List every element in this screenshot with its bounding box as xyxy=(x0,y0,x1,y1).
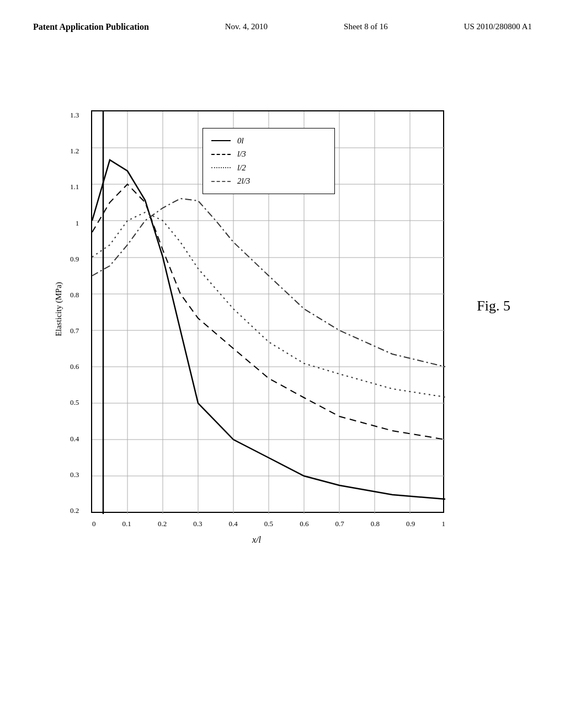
legend-line-0l xyxy=(211,140,231,141)
y-tick-08: 0.8 xyxy=(70,291,79,298)
legend-line-l2 xyxy=(211,167,231,168)
legend-line-2l3 xyxy=(211,181,231,182)
x-tick-03: 0.3 xyxy=(193,520,202,527)
x-tick-06: 0.6 xyxy=(300,520,308,527)
figure-label: Fig. 5 xyxy=(477,298,510,314)
y-tick-06: 0.6 xyxy=(70,363,79,370)
legend-label-l2: l/2 xyxy=(237,163,246,173)
x-tick-08: 0.8 xyxy=(371,520,380,527)
sheet-info: Sheet 8 of 16 xyxy=(344,22,388,31)
chart-area: 0l l/3 l/2 2l/3 1.3 1.2 1.1 xyxy=(47,99,499,552)
x-tick-0: 0 xyxy=(92,520,96,527)
x-tick-09: 0.9 xyxy=(406,520,415,527)
y-tick-11: 1.1 xyxy=(70,183,79,190)
x-tick-07: 0.7 xyxy=(335,520,344,527)
x-axis-title: x/l xyxy=(252,535,261,545)
x-tick-02: 0.2 xyxy=(158,520,167,527)
legend-label-0l: 0l xyxy=(237,136,244,146)
legend-label-l3: l/3 xyxy=(237,149,246,159)
y-tick-05: 0.5 xyxy=(70,399,79,406)
chart-plot-area: 0l l/3 l/2 2l/3 1.3 1.2 1.1 xyxy=(91,110,444,513)
legend-item-l2: l/2 xyxy=(211,163,326,173)
legend-item-2l3: 2l/3 xyxy=(211,176,326,186)
y-axis-labels: 1.3 1.2 1.1 1 0.9 0.8 0.7 0.6 0.5 0.4 0.… xyxy=(70,111,79,514)
legend-line-l3 xyxy=(211,154,231,155)
y-axis-title: Elasticity (MPa) xyxy=(54,282,63,336)
x-axis-labels: 0 0.1 0.2 0.3 0.4 0.5 0.6 0.7 0.8 0.9 1 xyxy=(92,520,445,527)
y-tick-09: 0.9 xyxy=(70,255,79,263)
y-tick-04: 0.4 xyxy=(70,435,79,442)
patent-title: Patent Application Publication xyxy=(33,22,149,32)
publication-date: Nov. 4, 2010 xyxy=(225,22,268,31)
legend-item-0l: 0l xyxy=(211,136,326,146)
y-tick-07: 0.7 xyxy=(70,327,79,334)
legend-label-2l3: 2l/3 xyxy=(237,176,250,186)
page-header: Patent Application Publication Nov. 4, 2… xyxy=(0,0,565,32)
patent-number: US 2010/280800 A1 xyxy=(464,22,532,31)
x-tick-10: 1 xyxy=(441,520,445,527)
x-tick-05: 0.5 xyxy=(264,520,273,527)
legend-box: 0l l/3 l/2 2l/3 xyxy=(202,128,335,194)
legend-item-l3: l/3 xyxy=(211,149,326,159)
x-tick-04: 0.4 xyxy=(229,520,238,527)
y-tick-12: 1.2 xyxy=(70,147,79,154)
y-tick-03: 0.3 xyxy=(70,471,79,478)
figure-container: 0l l/3 l/2 2l/3 1.3 1.2 1.1 xyxy=(33,88,513,629)
x-tick-01: 0.1 xyxy=(122,520,131,527)
y-tick-02: 0.2 xyxy=(70,507,79,514)
y-tick-13: 1.3 xyxy=(70,111,79,119)
y-tick-10: 1 xyxy=(76,220,79,227)
